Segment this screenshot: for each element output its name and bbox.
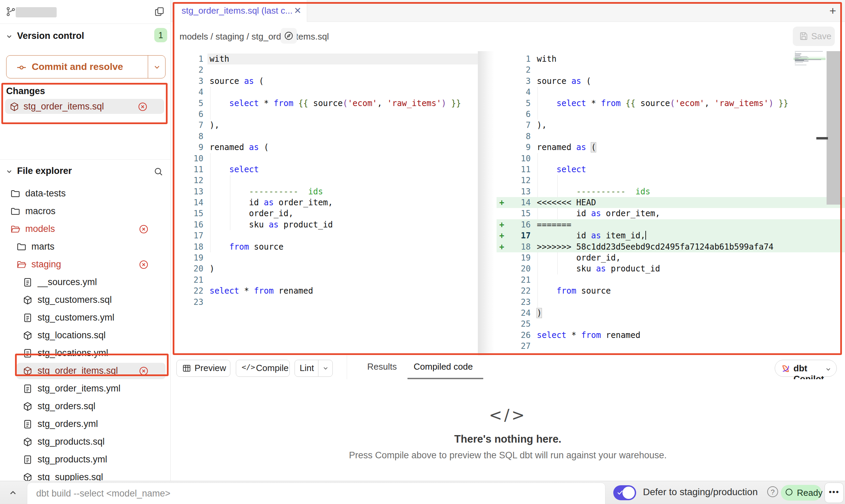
code-line-1[interactable]: 1with — [173, 54, 478, 64]
copy-icon[interactable] — [154, 6, 165, 17]
code-line-10[interactable]: 10 — [497, 153, 845, 164]
pane-divider[interactable] — [478, 51, 497, 355]
code-line-24[interactable]: 24) — [497, 308, 845, 318]
editor-pane-original[interactable]: 1with23source as (45 select * from {{ so… — [173, 51, 478, 355]
code-line-4[interactable]: 4 — [173, 87, 478, 98]
command-input[interactable]: dbt build --select <model_name> — [27, 483, 605, 504]
changed-file-row[interactable]: stg_order_items.sql — [5, 99, 164, 114]
code-line-21[interactable]: 21 — [173, 275, 478, 285]
tree-item-stg_products.yml[interactable]: stg_products.yml — [0, 451, 170, 469]
code-line-7[interactable]: 7), — [173, 120, 478, 131]
preview-button[interactable]: Preview — [176, 360, 230, 377]
code-line-19[interactable]: 19 — [173, 252, 478, 263]
close-icon[interactable]: ✕ — [294, 5, 301, 16]
commit-main[interactable]: Commit and resolve — [6, 56, 148, 78]
code-line-8[interactable]: 8 — [173, 131, 478, 142]
tree-item-stg_locations.yml[interactable]: stg_locations.yml — [0, 344, 170, 362]
code-line-25[interactable]: 25 — [497, 318, 845, 329]
version-control-header[interactable]: Version control 1 — [0, 28, 170, 44]
code-line-17[interactable]: +17 id as item_id, — [497, 230, 845, 241]
code-line-12[interactable]: 12 — [173, 175, 478, 186]
changed-x-circle-icon[interactable] — [139, 224, 149, 234]
code-line-1[interactable]: 1with — [497, 54, 845, 64]
code-line-23[interactable]: 23 — [497, 297, 845, 308]
commit-and-resolve-button[interactable]: Commit and resolve — [6, 55, 166, 78]
tab-stg-order-items[interactable]: stg_order_items.sql (last c... ✕ — [173, 0, 307, 22]
chevron-up-icon[interactable] — [8, 488, 18, 498]
defer-toggle[interactable] — [613, 485, 636, 500]
code-line-26[interactable]: 26select * from renamed — [497, 330, 845, 341]
code-line-22[interactable]: 22select * from renamed — [173, 285, 478, 296]
code-line-5[interactable]: 5 select * from {{ source('ecom', 'raw_i… — [173, 98, 478, 109]
code-line-14[interactable]: 14 id as order_item, — [173, 197, 478, 208]
tree-item-data-tests[interactable]: data-tests — [0, 185, 170, 203]
code-line-12[interactable]: 12 — [497, 175, 845, 186]
code-line-14[interactable]: +14<<<<<<< HEAD — [497, 197, 845, 208]
help-icon[interactable]: ? — [767, 486, 778, 497]
code-line-22[interactable]: 22 from source — [497, 285, 845, 296]
code-line-19[interactable]: 19 order_id, — [497, 252, 845, 263]
ready-status-badge[interactable]: Ready — [781, 485, 822, 501]
code-line-21[interactable]: 21 — [497, 275, 845, 285]
compile-button[interactable]: </> Compile — [236, 360, 290, 377]
code-line-27[interactable]: 27 — [497, 341, 845, 352]
tree-item-stg_customers.yml[interactable]: stg_customers.yml — [0, 309, 170, 327]
code-line-10[interactable]: 10 — [173, 153, 478, 164]
new-tab-button[interactable]: + — [829, 4, 836, 17]
tree-item-__sources.yml[interactable]: __sources.yml — [0, 273, 170, 291]
code-line-16[interactable]: 16 sku as product_id — [173, 219, 478, 230]
code-line-5[interactable]: 5 select * from {{ source('ecom', 'raw_i… — [497, 98, 845, 109]
tree-item-stg_locations.sql[interactable]: stg_locations.sql — [0, 327, 170, 344]
tree-item-macros[interactable]: macros — [0, 203, 170, 220]
tree-item-stg_products.sql[interactable]: stg_products.sql — [0, 433, 170, 451]
commit-dropdown-button[interactable] — [148, 56, 166, 78]
code-line-7[interactable]: 7), — [497, 120, 845, 131]
file-explorer-header[interactable]: File explorer — [0, 163, 170, 179]
code-line-3[interactable]: 3source as ( — [173, 76, 478, 87]
tree-item-models[interactable]: models — [0, 220, 170, 238]
minimap[interactable] — [793, 51, 826, 66]
tree-item-stg_customers.sql[interactable]: stg_customers.sql — [0, 291, 170, 309]
code-line-13[interactable]: 13 ---------- ids — [173, 186, 478, 197]
code-line-17[interactable]: 17 — [173, 230, 478, 241]
search-icon[interactable] — [153, 166, 163, 177]
code-line-16[interactable]: +16======= — [497, 219, 845, 230]
tree-item-stg_order_items.sql[interactable]: stg_order_items.sql — [0, 362, 170, 380]
tab-compiled-code[interactable]: Compiled code — [414, 361, 473, 372]
code-line-2[interactable]: 2 — [497, 64, 845, 75]
git-branch-icon[interactable] — [5, 6, 16, 17]
tree-item-stg_orders.yml[interactable]: stg_orders.yml — [0, 415, 170, 433]
more-options-button[interactable]: ••• — [825, 483, 844, 503]
code-line-9[interactable]: 9renamed as ( — [497, 142, 845, 153]
save-button[interactable]: Save — [793, 27, 835, 46]
code-line-9[interactable]: 9renamed as ( — [173, 142, 478, 153]
code-line-11[interactable]: 11 select — [173, 164, 478, 175]
code-line-18[interactable]: 18 from source — [173, 241, 478, 252]
code-line-15[interactable]: 15 id as order_item, — [497, 208, 845, 219]
discard-change-icon[interactable] — [138, 102, 148, 112]
changed-x-circle-icon[interactable] — [139, 366, 149, 376]
code-line-3[interactable]: 3source as ( — [497, 76, 845, 87]
code-line-11[interactable]: 11 select — [497, 164, 845, 175]
scrollbar-thumb[interactable] — [816, 137, 828, 139]
tree-item-staging[interactable]: staging — [0, 256, 170, 273]
code-line-23[interactable]: 23 — [173, 297, 478, 308]
tree-item-stg_order_items.yml[interactable]: stg_order_items.yml — [0, 380, 170, 398]
code-line-2[interactable]: 2 — [173, 64, 478, 75]
code-line-8[interactable]: 8 — [497, 131, 845, 142]
code-line-4[interactable]: 4 — [497, 87, 845, 98]
changed-x-circle-icon[interactable] — [139, 260, 149, 270]
lint-split-button[interactable]: Lint — [295, 360, 333, 377]
lineage-compass-icon[interactable] — [281, 28, 297, 44]
tree-item-stg_orders.sql[interactable]: stg_orders.sql — [0, 398, 170, 415]
editor-pane-modified[interactable]: 1with23source as (45 select * from {{ so… — [497, 51, 845, 355]
code-line-6[interactable]: 6 — [497, 109, 845, 120]
chevron-down-icon[interactable] — [322, 365, 329, 372]
code-line-20[interactable]: 20 sku as product_id — [497, 263, 845, 274]
code-line-13[interactable]: 13 ---------- ids — [497, 186, 845, 197]
tab-results[interactable]: Results — [367, 361, 397, 372]
code-line-6[interactable]: 6 — [173, 109, 478, 120]
code-line-20[interactable]: 20) — [173, 263, 478, 274]
code-line-18[interactable]: +18>>>>>>> 58c1dd23d5eebd9cd2495fa7124ab… — [497, 241, 845, 252]
dbt-copilot-button[interactable]: dbt Copilot — [775, 360, 837, 377]
